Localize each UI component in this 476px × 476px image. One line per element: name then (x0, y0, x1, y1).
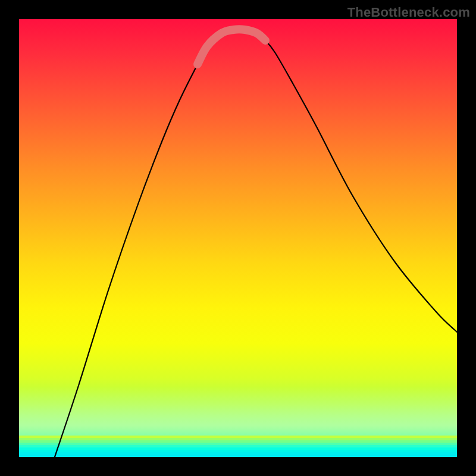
plot-area (19, 19, 457, 457)
chart-frame: TheBottleneck.com (0, 0, 476, 476)
main-curve (55, 29, 457, 457)
curve-layer (19, 19, 457, 457)
watermark-text: TheBottleneck.com (347, 5, 470, 20)
highlight-segment (198, 29, 265, 64)
